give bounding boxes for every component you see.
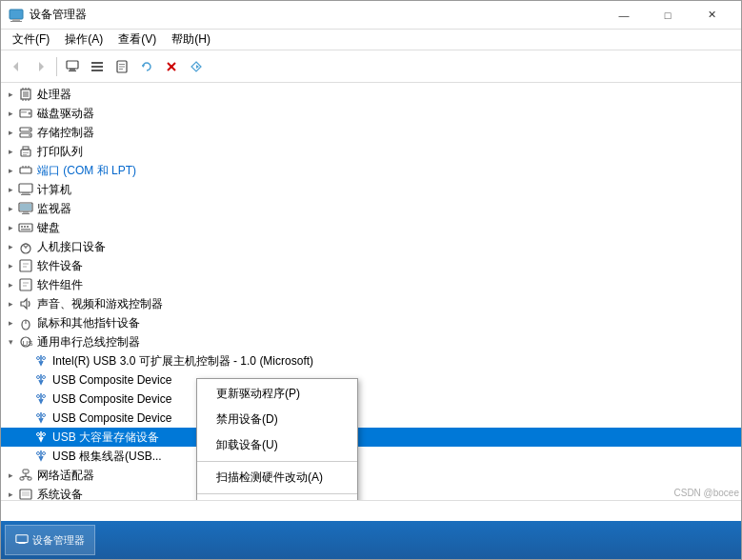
tree-view[interactable]: 处理器 磁盘驱动器 存储控制器: [1, 83, 741, 500]
svg-point-71: [37, 376, 40, 379]
tree-item-hid[interactable]: 人机接口设备: [1, 237, 741, 256]
menu-file[interactable]: 文件(F): [5, 30, 57, 50]
tree-item-mouse[interactable]: 鼠标和其他指针设备: [1, 313, 741, 332]
tree-item-usb-comp3[interactable]: USB Composite Device: [1, 409, 741, 428]
svg-rect-45: [21, 194, 30, 195]
computer-button[interactable]: [61, 55, 84, 78]
back-button[interactable]: [5, 55, 28, 78]
status-bar: [1, 500, 741, 521]
expander-print[interactable]: [3, 144, 18, 159]
view-button[interactable]: [86, 55, 109, 78]
expander-hid[interactable]: [3, 239, 18, 254]
ctx-properties[interactable]: 属性(R): [197, 497, 357, 500]
menu-view[interactable]: 查看(V): [110, 30, 164, 50]
svg-rect-38: [23, 154, 27, 155]
expander-computer[interactable]: [3, 182, 18, 197]
svg-text:USB: USB: [23, 339, 34, 348]
ctx-scan-hardware[interactable]: 扫描检测硬件改动(A): [197, 465, 357, 490]
svg-marker-64: [21, 299, 27, 309]
tree-item-sys[interactable]: 系统设备: [1, 485, 741, 500]
svg-rect-81: [23, 470, 29, 473]
expander-monitor[interactable]: [3, 201, 18, 216]
tree-item-storage[interactable]: 存储控制器: [1, 123, 741, 142]
maximize-button[interactable]: □: [646, 1, 690, 30]
update-button[interactable]: [135, 55, 158, 78]
svg-rect-43: [19, 184, 32, 192]
svg-point-77: [37, 433, 40, 436]
expander-storage[interactable]: [3, 125, 18, 140]
svg-point-70: [43, 357, 46, 360]
svg-point-73: [37, 395, 40, 398]
expander-sound[interactable]: [3, 296, 18, 311]
tree-item-usb-intel[interactable]: Intel(R) USB 3.0 可扩展主机控制器 - 1.0 (Microso…: [1, 351, 741, 370]
properties-icon: [115, 60, 129, 73]
tree-item-computer[interactable]: 计算机: [1, 180, 741, 199]
expander-sys[interactable]: [3, 487, 18, 500]
tree-item-monitor[interactable]: 监视器: [1, 199, 741, 218]
properties-button[interactable]: [110, 55, 133, 78]
sys-icon: [18, 487, 33, 500]
svg-rect-88: [22, 491, 30, 496]
tree-item-cpu[interactable]: 处理器: [1, 85, 741, 104]
ctx-disable-device[interactable]: 禁用设备(D): [197, 407, 357, 432]
tree-item-soft2[interactable]: 软件组件: [1, 275, 741, 294]
svg-point-78: [43, 433, 46, 436]
network-icon: [18, 468, 33, 483]
tree-label: 软件设备: [37, 258, 83, 274]
svg-rect-10: [91, 70, 103, 71]
tree-item-usb-mass[interactable]: USB 大容量存储设备: [1, 428, 741, 447]
expander-mouse[interactable]: [3, 315, 18, 330]
menu-bar: 文件(F) 操作(A) 查看(V) 帮助(H): [1, 30, 741, 50]
tree-item-usb[interactable]: USB 通用串行总线控制器: [1, 332, 741, 351]
tree-item-disk[interactable]: 磁盘驱动器: [1, 104, 741, 123]
computer-icon: [66, 60, 79, 73]
minimize-button[interactable]: —: [602, 1, 646, 30]
expander-keyboard[interactable]: [3, 220, 18, 235]
ctx-uninstall-device[interactable]: 卸载设备(U): [197, 432, 357, 458]
svg-marker-4: [39, 62, 44, 71]
tree-item-usb-comp2[interactable]: USB Composite Device: [1, 390, 741, 409]
tree-item-network[interactable]: 网络适配器: [1, 466, 741, 485]
svg-rect-52: [24, 226, 26, 228]
svg-rect-56: [24, 244, 28, 247]
expander-soft2[interactable]: [3, 277, 18, 292]
svg-rect-49: [20, 204, 31, 210]
svg-rect-82: [20, 477, 24, 480]
tree-label: 键盘: [37, 220, 60, 236]
forward-button[interactable]: [30, 55, 52, 78]
sound-icon: [18, 296, 33, 311]
close-button[interactable]: ✕: [690, 1, 733, 30]
expander-usb[interactable]: [3, 334, 18, 350]
taskbar-app-btn[interactable]: 设备管理器: [5, 525, 95, 555]
menu-action[interactable]: 操作(A): [57, 30, 110, 50]
uninstall-button[interactable]: [160, 55, 183, 78]
app-icon: [9, 8, 24, 23]
tree-item-usb-comp1[interactable]: USB Composite Device: [1, 370, 741, 390]
tree-label: 通用串行总线控制器: [37, 334, 140, 350]
tree-item-soft[interactable]: 软件设备: [1, 256, 741, 275]
tree-item-keyboard[interactable]: 键盘: [1, 218, 741, 237]
tree-item-print[interactable]: 打印队列: [1, 142, 741, 161]
tree-label: USB Composite Device: [52, 411, 171, 425]
tree-item-port[interactable]: 端口 (COM 和 LPT): [1, 161, 741, 180]
tree-item-usb-hub[interactable]: USB 根集线器(USB...: [1, 447, 741, 466]
svg-point-72: [43, 376, 46, 379]
expander-disk[interactable]: [3, 106, 18, 121]
svg-rect-2: [10, 21, 22, 22]
expander-soft[interactable]: [3, 258, 18, 273]
ctx-update-driver[interactable]: 更新驱动程序(P): [197, 381, 357, 407]
expander-port[interactable]: [3, 163, 18, 178]
expander-network[interactable]: [3, 468, 18, 483]
tree-label: 系统设备: [37, 487, 83, 501]
svg-rect-92: [16, 535, 28, 543]
tree-label: 软件组件: [37, 277, 83, 293]
svg-rect-9: [91, 66, 103, 68]
expander-cpu[interactable]: [3, 87, 18, 102]
svg-marker-3: [13, 62, 18, 71]
tree-item-sound[interactable]: 声音、视频和游戏控制器: [1, 294, 741, 313]
svg-rect-1: [12, 19, 20, 21]
svg-rect-61: [20, 279, 31, 290]
menu-help[interactable]: 帮助(H): [164, 30, 218, 50]
scan-button[interactable]: [185, 55, 208, 78]
svg-point-80: [43, 452, 46, 455]
